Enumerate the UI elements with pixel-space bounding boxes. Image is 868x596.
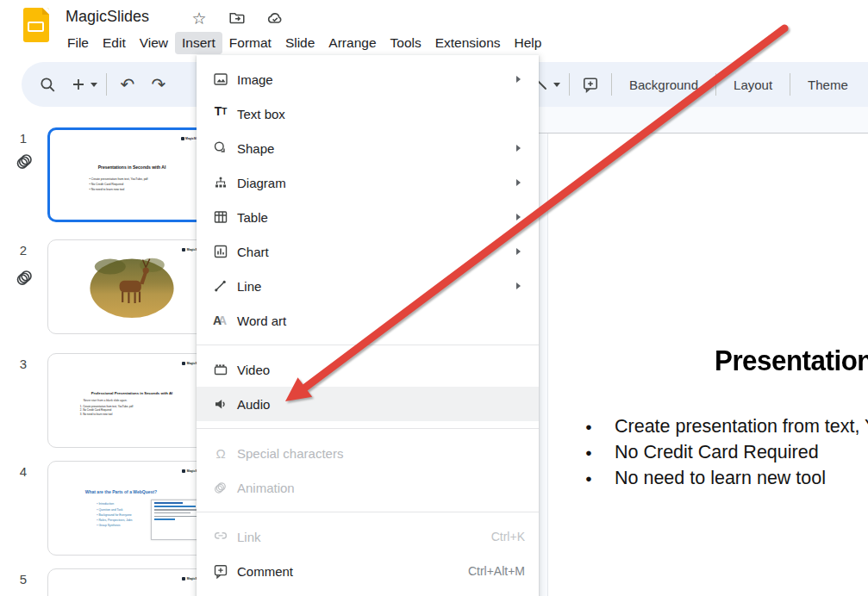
thumb-title: Professional Presentations in Seconds wi… <box>48 391 215 395</box>
menu-tools[interactable]: Tools <box>384 32 428 54</box>
title-actions <box>190 9 284 28</box>
submenu-arrow-icon <box>516 282 521 289</box>
thumb-bullet: Background for Everyone <box>97 512 132 518</box>
slide-number: 1 <box>14 131 33 146</box>
menu-insert[interactable]: Insert <box>175 32 222 54</box>
shortcut-label: Ctrl+Alt+M <box>468 564 525 578</box>
submenu-arrow-icon <box>516 214 521 220</box>
menu-format[interactable]: Format <box>222 32 278 54</box>
line-tool-caret-icon[interactable] <box>553 83 560 87</box>
document-title[interactable]: MagicSlides <box>66 8 149 26</box>
slide-bullet-text[interactable]: No need to learn new tool <box>585 468 826 489</box>
menu-view[interactable]: View <box>133 32 175 54</box>
menu-arrange[interactable]: Arrange <box>322 32 383 54</box>
comment-icon <box>212 562 229 580</box>
thumb-list-item: 3. No need to learn new tool <box>80 413 133 416</box>
link-icon <box>212 528 229 545</box>
header: MagicSlides File Edit View Insert Format <box>0 0 868 55</box>
zoom-add-icon[interactable] <box>63 69 94 100</box>
move-to-folder-icon[interactable] <box>228 9 247 28</box>
toolbar-divider <box>790 73 790 96</box>
slide-bullet-text[interactable]: Create presentation from text, YouTube, … <box>585 416 868 438</box>
insert-menu-item-comment[interactable]: Comment Ctrl+Alt+M <box>197 554 539 588</box>
slide-thumbnail-1[interactable]: MagicSlides Presentations in Seconds wit… <box>47 127 216 222</box>
insert-menu-item-diagram[interactable]: Diagram <box>197 165 539 200</box>
thumb-numbered-list: 1. Create presentation from text, YouTub… <box>80 405 133 416</box>
shape-icon <box>212 140 229 157</box>
insert-menu-popup: Image Text box Shape <box>197 55 539 596</box>
slide-thumbnail-3[interactable]: MagicSlides Professional Presentations i… <box>47 353 216 448</box>
slide-filmstrip: 1 MagicSlides Presentations in Seconds w… <box>0 109 200 596</box>
cloud-saved-icon[interactable] <box>265 9 284 28</box>
insert-menu-item-animation: Animation <box>197 470 539 505</box>
slide-animation-indicator-icon[interactable] <box>15 151 35 171</box>
google-slides-app: MagicSlides File Edit View Insert Format <box>0 0 868 596</box>
insert-menu-item-text-box[interactable]: Text box <box>197 96 539 131</box>
chart-icon <box>212 243 229 260</box>
insert-menu-item-line[interactable]: Line <box>197 269 539 303</box>
menu-separator <box>197 512 539 512</box>
submenu-arrow-icon <box>516 179 521 186</box>
add-comment-icon[interactable] <box>575 69 606 100</box>
slide-number: 4 <box>14 464 33 479</box>
slide-animation-indicator-icon[interactable] <box>15 267 35 288</box>
menu-help[interactable]: Help <box>508 32 549 54</box>
thumb-bullet: No need to learn new tool <box>90 188 148 193</box>
slide-number: 2 <box>14 243 33 258</box>
insert-menu-item-video[interactable]: Video <box>197 352 539 387</box>
thumb-bullets: Introduction Question and Task Backgroun… <box>97 501 132 528</box>
toolbar-divider <box>715 73 716 96</box>
slide-bullet-text[interactable]: No Credit Card Required <box>585 442 819 463</box>
insert-menu-item-word-art[interactable]: Word art <box>197 303 539 338</box>
redo-button[interactable] <box>143 69 174 100</box>
word-art-icon <box>212 313 229 328</box>
slide-thumbnail-4[interactable]: MagicSlides What are the Parts of a WebQ… <box>47 461 216 556</box>
image-icon <box>212 71 229 88</box>
slide-thumbnail-5[interactable]: MagicSlides <box>47 568 216 596</box>
star-icon[interactable] <box>190 9 209 28</box>
menubar: File Edit View Insert Format Slide Arran… <box>60 32 548 54</box>
search-icon[interactable] <box>32 69 63 100</box>
thumb-subtitle: Never start from a blank slide again. <box>84 399 128 402</box>
theme-button[interactable]: Theme <box>796 78 860 92</box>
slide-thumbnail-2[interactable]: MagicSlides <box>47 239 216 334</box>
toolbar-divider <box>611 73 612 96</box>
diagram-icon <box>212 174 229 191</box>
slide-canvas: Presentations in Seconds with AI Create … <box>539 107 868 596</box>
insert-menu-item-shape[interactable]: Shape <box>197 131 539 165</box>
audio-speaker-icon <box>212 395 229 413</box>
text-box-icon <box>212 105 229 122</box>
insert-menu-item-table[interactable]: Table <box>197 200 539 234</box>
slide-title-text[interactable]: Presentations in Seconds with AI <box>715 344 868 377</box>
toolbar-divider <box>106 73 107 96</box>
menu-extensions[interactable]: Extensions <box>428 32 508 54</box>
thumb-title: What are the Parts of a WebQuest? <box>57 489 185 494</box>
layout-button[interactable]: Layout <box>721 78 784 92</box>
insert-menu-item-image[interactable]: Image <box>197 62 539 96</box>
submenu-arrow-icon <box>516 248 521 255</box>
deer-photo-ellipse <box>48 240 215 333</box>
insert-menu-item-chart[interactable]: Chart <box>197 234 539 269</box>
thumb-bullets: Create presentation from text, YouTube, … <box>90 177 148 192</box>
zoom-caret-icon[interactable] <box>91 83 97 87</box>
slide-page[interactable]: Presentations in Seconds with AI Create … <box>547 133 868 596</box>
toolbar-left <box>32 62 174 107</box>
submenu-arrow-icon <box>516 145 521 152</box>
canvas-top-band <box>539 107 868 133</box>
line-icon <box>212 277 229 295</box>
insert-menu-item-audio[interactable]: Audio <box>197 387 539 421</box>
menu-slide[interactable]: Slide <box>278 32 322 54</box>
thumb-bullet: Group Synthesis <box>97 523 132 528</box>
toolbar-right: Background Layout Theme <box>526 62 860 107</box>
insert-menu-item-special-characters: Special characters <box>197 436 539 470</box>
menu-file[interactable]: File <box>60 32 96 54</box>
undo-button[interactable] <box>112 69 143 100</box>
menu-edit[interactable]: Edit <box>96 32 133 54</box>
slides-logo-icon[interactable] <box>23 8 49 42</box>
background-button[interactable]: Background <box>617 78 710 92</box>
shortcut-label: Ctrl+K <box>491 530 525 543</box>
table-icon <box>212 208 229 226</box>
animation-icon <box>212 479 229 496</box>
slide-number: 5 <box>14 572 33 587</box>
video-icon <box>212 361 229 378</box>
